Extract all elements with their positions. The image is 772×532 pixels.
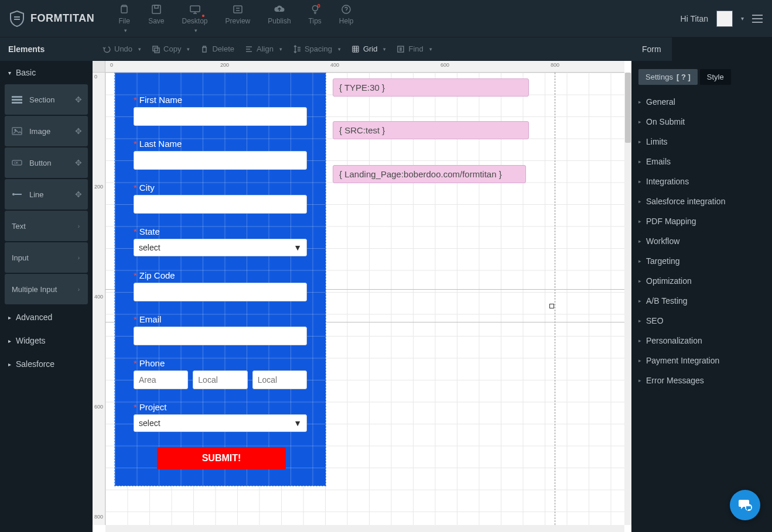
category-widgets[interactable]: Widgets [0, 329, 93, 352]
grid-button[interactable]: Grid [351, 44, 387, 53]
subtab-style[interactable]: Style [700, 69, 731, 85]
elem-input[interactable]: Input› [5, 242, 88, 273]
field-email[interactable]: *Email [134, 314, 307, 345]
user-dropdown-icon[interactable]: ▾ [741, 15, 744, 22]
avatar[interactable] [716, 11, 733, 27]
top-right: Hi Titan ▾ [681, 11, 763, 27]
prop-optimization[interactable]: Optimization [638, 271, 765, 291]
caret-right-icon [638, 218, 641, 224]
hidden-field-landing[interactable]: { Landing_Page:boberdoo.com/formtitan } [333, 165, 526, 183]
label-email: *Email [134, 314, 307, 324]
help-hint[interactable]: [ ? ] [677, 73, 691, 81]
form-section[interactable]: *First Name *Last Name *City *State sele… [115, 73, 326, 486]
select-project[interactable]: select▼ [134, 414, 307, 432]
elem-section[interactable]: Section✥ [5, 84, 88, 115]
prop-pdf-mapping[interactable]: PDF Mapping [638, 211, 765, 231]
align-button[interactable]: Align [245, 44, 282, 53]
elem-image[interactable]: Image✥ [5, 116, 88, 146]
logo[interactable]: FORMTITAN [9, 10, 94, 28]
input-phone-area[interactable] [134, 370, 188, 389]
scrollbar-vertical[interactable] [624, 73, 631, 525]
help-button[interactable]: Help [339, 4, 354, 33]
find-button[interactable]: Find [397, 44, 432, 53]
right-panel: Form Settings[ ? ] Style General On Subm… [631, 37, 772, 532]
save-button[interactable]: Save [148, 4, 164, 33]
field-phone[interactable]: *Phone [134, 358, 307, 389]
svg-rect-10 [12, 99, 22, 101]
prop-targeting[interactable]: Targeting [638, 251, 765, 271]
desktop-menu[interactable]: Desktop [182, 4, 208, 33]
file-menu[interactable]: File [118, 4, 131, 33]
hidden-field-src[interactable]: { SRC:test } [333, 121, 529, 139]
greeting: Hi Titan [681, 14, 708, 23]
prop-emails[interactable]: Emails [638, 152, 765, 171]
hamburger-icon[interactable] [752, 15, 763, 23]
scrollbar-thumb[interactable] [625, 73, 631, 143]
field-project[interactable]: *Project select▼ [134, 402, 307, 432]
field-last-name[interactable]: *Last Name [134, 139, 307, 170]
prop-workflow[interactable]: Workflow [638, 231, 765, 251]
submit-button[interactable]: SUBMIT! [157, 447, 286, 469]
elem-multiple-input[interactable]: Multiple Input› [5, 274, 88, 304]
category-basic[interactable]: Basic [0, 61, 93, 84]
caret-down-icon [8, 70, 11, 76]
label-last-name: *Last Name [134, 139, 307, 149]
hidden-field-type[interactable]: { TYPE:30 } [333, 78, 529, 97]
label-first-name: *First Name [134, 95, 307, 105]
scrollbar-horizontal[interactable] [105, 525, 624, 532]
prop-salesforce-integration[interactable]: Salesforce integration [638, 191, 765, 211]
elem-text[interactable]: Text› [5, 211, 88, 241]
chat-button[interactable] [730, 490, 760, 520]
property-list: General On Submit Limits Emails Integrat… [631, 88, 772, 394]
delete-button[interactable]: Delete [200, 44, 234, 53]
trash-icon [200, 45, 209, 53]
publish-button[interactable]: Publish [268, 4, 291, 33]
field-city[interactable]: *City [134, 183, 307, 214]
chevron-down-icon: ▼ [293, 418, 302, 428]
input-email[interactable] [134, 327, 307, 345]
svg-rect-19 [155, 48, 159, 53]
prop-seo[interactable]: SEO [638, 311, 765, 331]
preview-button[interactable]: Preview [226, 4, 251, 33]
svg-rect-3 [152, 5, 160, 13]
input-phone-local1[interactable] [193, 370, 247, 389]
spacing-button[interactable]: Spacing [293, 44, 341, 53]
prop-personalization[interactable]: Personalization [638, 331, 765, 351]
elem-line[interactable]: Line✥ [5, 179, 88, 210]
prop-general[interactable]: General [638, 92, 765, 112]
select-state[interactable]: select▼ [134, 239, 307, 256]
field-first-name[interactable]: *First Name [134, 95, 307, 126]
prop-limits[interactable]: Limits [638, 132, 765, 152]
prop-ab-testing[interactable]: A/B Testing [638, 291, 765, 311]
svg-rect-2 [121, 6, 127, 13]
canvas-inner[interactable]: *First Name *Last Name *City *State sele… [105, 73, 624, 525]
prop-integrations[interactable]: Integrations [638, 171, 765, 191]
field-state[interactable]: *State select▼ [134, 226, 307, 256]
section-icon [12, 95, 22, 104]
drag-icon: ✥ [75, 95, 82, 104]
input-last-name[interactable] [134, 151, 307, 170]
field-zip[interactable]: *Zip Code [134, 270, 307, 301]
image-icon [12, 127, 22, 135]
chevron-right-icon: › [78, 223, 80, 229]
elem-button[interactable]: OKButton✥ [5, 147, 88, 178]
input-first-name[interactable] [134, 107, 307, 126]
tips-button[interactable]: Tips 0 [309, 4, 322, 33]
resize-handle[interactable] [549, 304, 554, 308]
drag-icon: ✥ [75, 126, 82, 136]
input-phone-local2[interactable] [252, 370, 307, 389]
prop-payment-integration[interactable]: Payment Integration [638, 351, 765, 370]
category-advanced[interactable]: Advanced [0, 306, 93, 329]
caret-right-icon [638, 258, 641, 264]
tab-form[interactable]: Form [631, 37, 672, 61]
prop-error-messages[interactable]: Error Messages [638, 370, 765, 390]
input-zip[interactable] [134, 283, 307, 301]
subtab-settings[interactable]: Settings[ ? ] [638, 69, 698, 85]
input-city[interactable] [134, 195, 307, 214]
prop-on-submit[interactable]: On Submit [638, 112, 765, 132]
svg-rect-0 [14, 16, 20, 18]
category-salesforce[interactable]: Salesforce [0, 352, 93, 376]
copy-button[interactable]: Copy [152, 44, 190, 53]
undo-button[interactable]: Undo [103, 44, 141, 53]
label-city: *City [134, 183, 307, 193]
